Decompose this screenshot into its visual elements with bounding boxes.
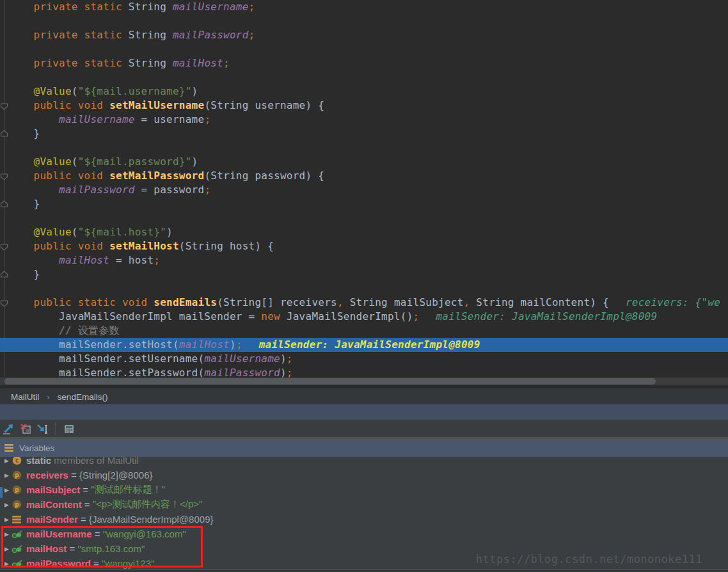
inline-debug-hint: mailSender: JavaMailSenderImpl@8009 xyxy=(436,310,657,322)
variables-tab[interactable]: Variables xyxy=(0,439,728,457)
variable-text: = xyxy=(68,470,79,481)
expand-arrow-icon[interactable]: ▶ xyxy=(3,487,11,493)
code-line: private static String mailHost; xyxy=(8,56,728,70)
variable-text: receivers xyxy=(26,470,68,481)
code-editor[interactable]: private static String mailUsername; priv… xyxy=(0,0,728,388)
inline-debug-hint: receivers: {"we xyxy=(626,296,720,308)
code-line: } xyxy=(8,127,728,141)
parameter-icon: p xyxy=(11,485,22,495)
breadcrumb: MailUtil › sendEmails() xyxy=(0,388,728,405)
code-line xyxy=(8,141,728,155)
code-line xyxy=(8,14,728,28)
code-line: mailPassword = password; xyxy=(8,183,728,197)
annotation-red-box xyxy=(1,526,203,568)
parameter-icon: p xyxy=(11,470,22,480)
step-out-icon[interactable] xyxy=(1,422,17,436)
variable-text: members of MailUtil xyxy=(51,457,139,466)
inline-debug-hint: mailSender: JavaMailSenderImpl@8009 xyxy=(259,338,480,351)
ide-debug-screen: private static String mailUsername; priv… xyxy=(0,0,728,572)
code-line: public static void sendEmails(String[] r… xyxy=(8,296,728,310)
horizontal-scrollbar-thumb[interactable] xyxy=(4,378,656,385)
svg-text:p: p xyxy=(15,471,19,479)
toolbar-separator xyxy=(55,422,56,435)
variable-text: = xyxy=(82,499,93,510)
force-step-into-icon[interactable] xyxy=(35,422,50,436)
code-line: mailHost = host; xyxy=(8,253,728,267)
code-line xyxy=(8,42,728,56)
variable-row-mailSubject[interactable]: ▶pmailSubject = "测试邮件标题！" xyxy=(0,482,728,497)
evaluate-expression-icon[interactable] xyxy=(61,422,77,436)
code-line xyxy=(8,211,728,225)
variable-text: static xyxy=(26,457,51,466)
variable-text: mailSubject xyxy=(26,484,80,495)
variable-row-mailSender[interactable]: ▶mailSender = {JavaMailSenderImpl@8009} xyxy=(0,512,728,527)
code-line xyxy=(8,70,728,84)
svg-text:p: p xyxy=(15,486,19,493)
object-icon xyxy=(11,516,22,523)
variable-text: mailContent xyxy=(26,499,82,510)
code-line: public void setMailPassword(String passw… xyxy=(8,169,728,183)
code-line: public void setMailUsername(String usern… xyxy=(8,99,728,113)
expand-arrow-icon[interactable]: ▶ xyxy=(3,457,11,464)
expand-arrow-icon[interactable]: ▶ xyxy=(3,502,11,508)
code-line: // 设置参数 xyxy=(8,324,728,338)
chevron-right-icon: › xyxy=(47,392,49,402)
horizontal-scrollbar-track[interactable] xyxy=(0,377,728,385)
code-line: private static String mailUsername; xyxy=(8,0,728,14)
code-line: mailUsername = username; xyxy=(8,113,728,127)
variables-title: Variables xyxy=(19,443,54,453)
variable-row-static-members[interactable]: ▶cstatic members of MailUtil xyxy=(0,457,728,468)
variables-icon xyxy=(4,444,13,452)
variable-row-mailContent[interactable]: ▶pmailContent = "<p>测试邮件内容！</p>" xyxy=(0,497,728,512)
code-line: public void setMailHost(String host) { xyxy=(8,239,728,253)
current-execution-line: mailSender.setHost(mailHost);mailSender:… xyxy=(0,338,728,352)
variable-text: "测试邮件标题！" xyxy=(91,484,165,496)
variable-text: "<p>测试邮件内容！</p>" xyxy=(93,498,203,511)
breadcrumb-method[interactable]: sendEmails() xyxy=(58,392,108,402)
watermark-text: https://blog.csdn.net/mononoke111 xyxy=(476,553,702,566)
expand-arrow-icon[interactable]: ▶ xyxy=(3,516,11,523)
class-icon: c xyxy=(11,457,22,465)
parameter-icon: p xyxy=(11,500,22,509)
panel-bottom-edge xyxy=(0,569,728,572)
variable-text: {JavaMailSenderImpl@8009} xyxy=(89,514,214,525)
variable-text: = xyxy=(78,514,89,525)
code-line: @Value("${mail.username}") xyxy=(8,84,728,99)
variable-text: {String[2]@8006} xyxy=(79,470,152,481)
debug-panel-strip xyxy=(0,404,728,420)
code-area: private static String mailUsername; priv… xyxy=(0,0,728,380)
variable-text: = xyxy=(80,484,91,495)
code-line: JavaMailSenderImpl mailSender = new Java… xyxy=(8,310,728,324)
svg-text:c: c xyxy=(15,457,19,464)
debug-toolbar xyxy=(0,420,728,437)
breadcrumb-class[interactable]: MailUtil xyxy=(11,392,39,402)
svg-text:p: p xyxy=(15,500,19,508)
code-line: @Value("${mail.password}") xyxy=(8,155,728,169)
variable-text: mailSender xyxy=(26,514,78,525)
code-line: private static String mailPassword; xyxy=(8,28,728,42)
code-line xyxy=(8,282,728,296)
drop-frame-icon[interactable] xyxy=(18,422,33,436)
expand-arrow-icon[interactable]: ▶ xyxy=(3,472,11,479)
code-line: } xyxy=(8,197,728,211)
code-line: } xyxy=(8,267,728,282)
code-line: @Value("${mail.host}") xyxy=(8,225,728,239)
variable-row-receivers[interactable]: ▶preceivers = {String[2]@8006} xyxy=(0,468,728,482)
focus-indicator xyxy=(0,487,3,498)
code-line: mailSender.setUsername(mailUsername); xyxy=(8,352,728,366)
